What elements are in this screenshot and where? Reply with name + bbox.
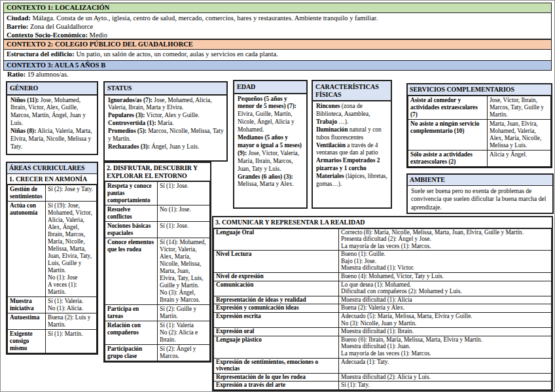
row-label: Muestra iniciativa	[8, 297, 46, 313]
ambiente-box: AMBIENTE Suele ser buena pero no exenta …	[406, 173, 554, 214]
row-value: Adecuado (5): María, Melissa, Marta, Elv…	[339, 313, 552, 328]
row-label: Sólo asiste a actividades extraescolares…	[408, 150, 488, 166]
row-label: Expresión de sentimientos, emociones o v…	[214, 358, 339, 373]
table-row: Nociones básicas espaciales Sí (1): Jose…	[105, 222, 210, 238]
field-label: Iluminación	[316, 126, 348, 133]
row-label: Nivel de expresión	[214, 273, 339, 281]
servicios-table: SERVICIOS COMPLEMENTARIOS Asiste al come…	[406, 83, 552, 168]
field-label: Niños (11):	[10, 97, 39, 103]
row-label: Expresión a través del arte	[214, 382, 339, 390]
info-line: Niños (11): Jose, Mohamed, Ibrain, Vícto…	[10, 97, 94, 128]
table-row: Actúa con autonomía Sí (19): Jose, Moham…	[8, 202, 97, 297]
table-row: Lenguaje plástico Bueno (6): Ibrain, Mar…	[214, 336, 552, 358]
info-line: Contexto Socio-Económico: Medio	[7, 31, 548, 39]
field-label: Rechazados (3):	[108, 143, 150, 150]
row-value: Bueno (6): Ibrain, María, Melissa, Marta…	[339, 336, 552, 358]
table-row: Participación grupo clase Sí (2): Ángel …	[105, 345, 210, 361]
table-row: Autoestima Buena (2): Luis y Martín.	[8, 313, 97, 330]
row-label: Expresión y comunicación ideas	[214, 304, 339, 313]
field-value: Jose, Víctor, Valeria, María, Ibrain, Ma…	[238, 150, 299, 172]
info-line: Grandes (6 años) (3): Melissa, Marta y A…	[238, 173, 304, 189]
row-label: Expresión escrita	[214, 313, 339, 328]
info-line: Controvertida (1): María.	[108, 120, 224, 128]
field-label: Populares (3):	[108, 112, 145, 118]
field-label: Contexto Socio-Económico:	[7, 31, 88, 39]
field-label: Armarios Empotrados 2 pizarras y 1 corch…	[316, 157, 380, 171]
row-value: Sí (2): Jose y Taty.	[46, 185, 97, 202]
contexto1-header: CONTEXTO 1: LOCALIZACIÓN	[3, 3, 552, 13]
row-value: Sí (14): Mohamed, Víctor, Valeria, Alex,…	[158, 238, 210, 305]
contexto2-header: CONTEXTO 2: COLEGIO PÚBLICO DEL GUADALHO…	[3, 39, 552, 50]
row-label: Gestión de sentimientos	[8, 185, 46, 202]
table-row: Representación de ideas y realidad Muest…	[214, 296, 552, 304]
field-label: Promedios (5):	[108, 128, 147, 134]
table-row: Representación de lo que les rodea Muest…	[214, 373, 552, 382]
entorno-title: 2. DISFRUTAR, DESCUBRIR Y EXPLORAR EL EN…	[105, 163, 210, 181]
row-label: Resuelve conflictos	[105, 205, 158, 222]
row-label: Lenguaje plástico	[214, 336, 339, 358]
table-row: Respeta y conoce pautas comportamiento S…	[105, 182, 210, 205]
row-label: Participa en tareas	[105, 305, 158, 321]
info-line: Armarios Empotrados 2 pizarras y 1 corch…	[316, 157, 388, 173]
contexto3-header: CONTEXTO 3: AULA 5 AÑOS B	[3, 60, 552, 71]
status-box: STATUS Ignorados/as (7): Jose, Mohamed, …	[103, 81, 228, 162]
info-line: Ignorados/as (7): Jose, Mohamed, Alicia,…	[108, 97, 224, 113]
table-row: Relación con compañeros Sí (1): Valeria …	[105, 321, 210, 345]
row-label: Autoestima	[8, 313, 46, 330]
areas-title: ÁREAS CURRICULARES	[7, 163, 97, 174]
row-label: Asiste al comedor y actividades extraesc…	[408, 96, 488, 119]
genero-box: GÉNERO Niños (11): Jose, Mohamed, Ibrain…	[6, 81, 98, 155]
row-label: Nivel Lectura	[214, 251, 339, 273]
servicios-title: SERVICIOS COMPLEMENTARIOS	[408, 84, 551, 96]
row-value: Marta, Juan, Elvira, Mohamed, Valeria, A…	[488, 119, 551, 150]
contexto1-body: Ciudad: Málaga. Consta de un Ayto., igle…	[3, 12, 552, 39]
areas-table: ÁREAS CURRICULARES 1. CRECER EN ARMONÍA …	[6, 162, 98, 355]
table-row: Expresión y comunicación ideas Buena (2)…	[214, 304, 552, 313]
row-label: Exigente consigo mismo	[8, 330, 46, 353]
info-line: Rechazados (3): Ángel, Juan y Luis.	[108, 143, 224, 151]
info-line: Ventilación a través de 4 ventanas que d…	[316, 142, 388, 158]
row-value: Muestra dificultad (1): Alicia	[339, 296, 552, 304]
info-line: Ciudad: Málaga. Consta de un Ayto., igle…	[7, 14, 548, 22]
row-label: Respeta y conoce pautas comportamiento	[105, 182, 158, 205]
areas-subtitle: 1. CRECER EN ARMONÍA	[7, 174, 97, 185]
row-value: Jose, Víctor, Ibrain, Marcos, Taty, Guil…	[488, 96, 551, 119]
table-row: Participa en tareas Sí (2): Guille y Mar…	[105, 305, 210, 321]
field-label: Controvertida (1):	[108, 120, 156, 126]
field-value: 19 alumnos/as.	[27, 71, 69, 78]
field-label: Trabajo	[316, 118, 337, 125]
row-value: Muestra dificultad (2): Alicia y Luis.	[339, 373, 552, 382]
field-label: Niñas (8):	[10, 128, 36, 134]
row-value: Buena (2): Valeria y Alex.	[339, 304, 552, 313]
document-page: CONTEXTO 1: LOCALIZACIÓN Ciudad: Málaga.…	[0, 0, 555, 392]
row-label: Representación de ideas y realidad	[214, 296, 339, 304]
row-value: Sí (2): Guille y Martín.	[158, 305, 210, 321]
field-value: Medio	[90, 31, 107, 39]
field-label: Materiales	[316, 173, 344, 179]
genero-box-body: Niños (11): Jose, Mohamed, Ibrain, Vícto…	[7, 96, 97, 152]
table-row: Asiste al comedor y actividades extraesc…	[408, 96, 551, 119]
edad-box: EDAD Pequeños (5 años y menor de 5 meses…	[233, 80, 308, 209]
ambiente-title: AMBIENTE	[408, 175, 552, 186]
field-label: Ciudad:	[7, 14, 31, 22]
row-value: Bueno (1): Guille. Bajo (1): Jose. Muest…	[339, 251, 552, 273]
info-line: Rincones (zona de Biblioteca, Asamblea,	[316, 103, 388, 118]
row-value: Buena (2): Luis y Martín.	[46, 313, 97, 330]
row-label: Participación grupo clase	[105, 345, 158, 361]
edad-box-title: EDAD	[234, 81, 306, 94]
caracteristicas-box-title: CARACTERÍSTICAS FÍSICAS	[313, 81, 391, 101]
row-value: Alicia y Ángel.	[488, 150, 551, 166]
row-label: Comunicación	[214, 281, 339, 296]
field-value: Víctor, Alex y Guille.	[147, 112, 200, 118]
info-line: Trabajo …).	[316, 118, 388, 126]
field-value: Ángel, Juan y Luis.	[151, 143, 199, 150]
row-value: Correcto (8): María, Nicolle, Melissa, M…	[339, 228, 552, 251]
caracteristicas-box-body: Rincones (zona de Biblioteca, Asamblea, …	[313, 101, 391, 190]
row-label: Nociones básicas espaciales	[105, 222, 158, 238]
status-box-title: STATUS	[105, 82, 226, 96]
field-value: Melissa, Marta y Alex.	[238, 181, 294, 187]
ratio-line: Ratio: 19 alumnos/as.	[3, 70, 73, 79]
row-value: Muestra dificultad (1): Ibrain.	[339, 328, 552, 336]
table-row: Nivel de expresión Bueno (4): Mohamed, V…	[214, 273, 552, 281]
info-line: Promedios (5): Marcos, Nicolle, Melissa,…	[108, 128, 224, 143]
